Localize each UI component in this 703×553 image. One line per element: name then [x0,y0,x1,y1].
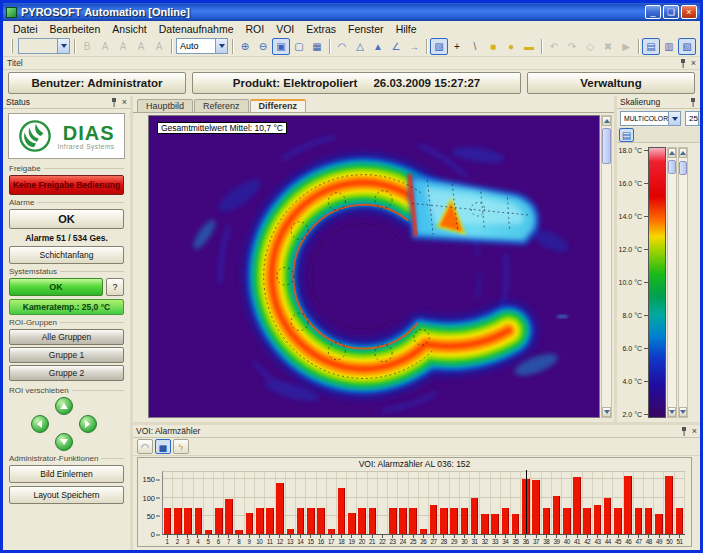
thermal-image[interactable]: Gesamtmittelwert Mittel: 10,7 °C [148,115,600,418]
product-button[interactable]: Produkt: Elektropoliert 26.03.2009 15:27… [192,72,521,94]
pointer-icon[interactable]: ▶ [617,38,635,55]
move-down-button[interactable] [55,433,73,451]
btn3d admin-button-bild-einlernen[interactable]: Bild Einlernen [9,465,124,483]
menu-extras[interactable]: Extras [300,23,342,35]
dropdown-arrow-icon[interactable] [668,112,680,125]
fit-view-icon[interactable]: ▣ [272,38,290,55]
menu-datei[interactable]: Datei [7,23,44,35]
pin-icon[interactable] [680,427,688,436]
alarm-bar-40[interactable] [563,508,571,534]
line-roi-icon[interactable]: \ [466,38,484,55]
alarm-bar-23[interactable] [389,508,397,534]
undo-icon[interactable]: ↶ [545,38,563,55]
alarm-bar-3[interactable] [184,508,192,534]
poly-roi-icon[interactable]: ▬ [520,38,538,55]
triangle-tool-icon[interactable]: ▲ [369,38,387,55]
alarm-bar-4[interactable] [195,508,203,534]
system-help-button[interactable]: ? [106,278,124,296]
alarm-bar-43[interactable] [594,505,602,534]
arrow-tool-icon[interactable]: → [405,38,423,55]
curve-tool-icon[interactable]: ◠ [333,38,351,55]
title-bar[interactable]: PYROSOFT Automation [Online] _❏× [3,3,700,21]
alarm-bar-8[interactable] [235,530,243,534]
alarm-ok-button[interactable]: OK [9,209,124,229]
full-image-icon[interactable]: ▢ [290,38,308,55]
move-left-button[interactable] [31,415,49,433]
close-panel-icon[interactable]: × [692,427,697,436]
menu-voi[interactable]: VOI [270,23,300,35]
alarm-bar-2[interactable] [174,508,182,534]
preset-combo[interactable] [18,38,70,54]
select-tool-icon[interactable]: ▨ [430,38,448,55]
roi-button-alle-gruppen[interactable]: Alle Gruppen [9,329,124,345]
menu-bearbeiten[interactable]: Bearbeiten [44,23,107,35]
curve-display-icon[interactable]: ◠ [137,439,153,454]
palette-combo[interactable]: MULTICOLOR [620,111,681,126]
alarm-bar-11[interactable] [266,508,274,534]
menu-fenster[interactable]: Fenster [342,23,390,35]
alarm-bar-49[interactable] [655,514,663,534]
alarm-bar-19[interactable] [348,513,356,534]
scroll-thumb[interactable] [602,128,611,164]
alarm-bar-44[interactable] [604,498,612,534]
alarm-bar-42[interactable] [583,508,591,534]
alarm-bar-47[interactable] [635,508,643,534]
move-up-button[interactable] [55,397,73,415]
roi-button-gruppe-2[interactable]: Gruppe 2 [9,365,124,381]
ellipse-roi-icon[interactable]: ● [502,38,520,55]
scroll-down-icon[interactable] [602,407,611,417]
alarm-bar-12[interactable] [276,483,284,534]
pin-icon[interactable] [689,98,697,107]
stop-icon[interactable]: ◉ [696,38,700,55]
scroll-thumb[interactable] [668,160,676,174]
move-right-button[interactable] [79,415,97,433]
grid-view-icon[interactable]: ▦ [308,38,326,55]
alarm-bar-41[interactable] [573,477,581,534]
schichtanfang-button[interactable]: Schichtanfang [9,246,124,264]
alarm-bar-18[interactable] [338,488,346,534]
zoom-mode-combo[interactable]: Auto [176,38,228,54]
scroll-up-icon[interactable] [602,116,611,126]
close-panel-icon[interactable]: × [691,59,696,68]
bar-chart-icon[interactable]: ▅ [155,439,171,454]
alarm-bar-6[interactable] [215,508,223,534]
alarm-bar-27[interactable] [430,505,438,534]
alarm-bar-5[interactable] [205,530,213,534]
alarm-bar-33[interactable] [491,514,499,534]
alarm-bar-34[interactable] [502,508,510,534]
alarm-bar-1[interactable] [164,508,172,534]
scale-min-scrollbar[interactable] [678,147,688,418]
btn3d admin-button-layout-speichern[interactable]: Layout Speichern [9,486,124,504]
zoom-out-icon[interactable]: ⊖ [254,38,272,55]
scroll-up-icon[interactable] [679,148,687,158]
panel-icon[interactable]: ▧ [678,38,696,55]
alarm-bar-35[interactable] [512,514,520,534]
alarm-bar-39[interactable] [553,496,561,534]
alarm-bar-30[interactable] [461,508,469,534]
scale-max-scrollbar[interactable] [667,147,677,418]
close-panel-icon[interactable]: × [122,98,127,107]
scale-settings-icon[interactable]: ▤ [619,128,634,142]
tab-hauptbild[interactable]: Hauptbild [137,99,193,112]
alarm-bar-21[interactable] [369,508,377,534]
alarm-bar-14[interactable] [297,508,305,534]
alarm-bar-46[interactable] [624,476,632,534]
add-roi-icon[interactable]: + [448,38,466,55]
style-a1-icon[interactable]: A [96,38,114,55]
zoom-in-icon[interactable]: ⊕ [236,38,254,55]
scroll-up-icon[interactable] [668,148,676,158]
close-button[interactable]: × [681,5,697,19]
style-a3-icon[interactable]: A [132,38,150,55]
alarm-bar-15[interactable] [307,508,315,534]
alarm-bar-28[interactable] [440,508,448,534]
angle-tool-icon[interactable]: ∠ [387,38,405,55]
scroll-thumb[interactable] [679,161,687,175]
delete-roi-icon[interactable]: ✖ [599,38,617,55]
alarm-bar-26[interactable] [420,529,428,534]
alarm-bar-32[interactable] [481,514,489,534]
alarm-bar-10[interactable] [256,508,264,534]
alarm-bar-25[interactable] [409,508,417,534]
polyline-tool-icon[interactable]: △ [351,38,369,55]
alarm-bar-51[interactable] [676,508,684,534]
dropdown-arrow-icon[interactable] [215,39,227,53]
